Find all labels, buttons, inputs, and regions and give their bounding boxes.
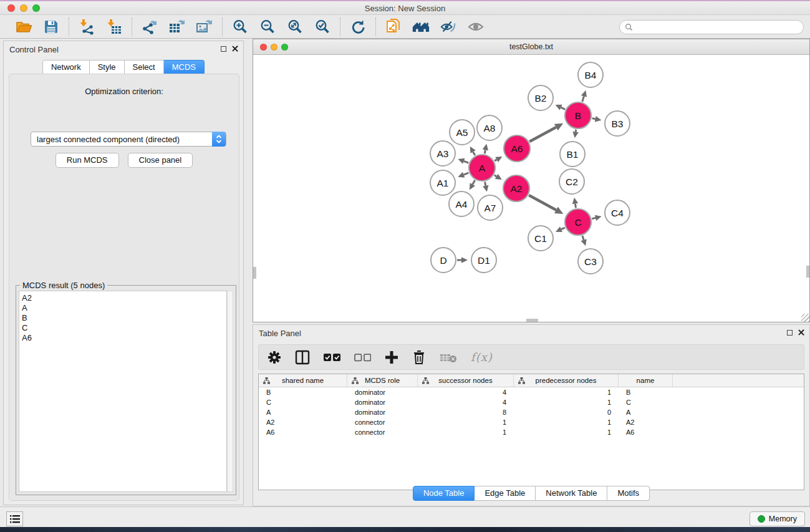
edge-A-A1[interactable]	[464, 173, 469, 175]
edge-A2-C[interactable]	[529, 195, 556, 210]
close-panel-button[interactable]: Close panel	[128, 153, 193, 168]
cell-predecessor-nodes[interactable]: 1	[514, 418, 619, 426]
cell-successor-nodes[interactable]: 1	[418, 418, 514, 426]
result-item[interactable]: A	[22, 303, 226, 313]
network-canvas[interactable]: AA1A2A3A4A5A6A7A8BB1B2B3B4CC1C2C3C4DD1	[253, 55, 809, 322]
cell-predecessor-nodes[interactable]: 0	[514, 409, 619, 416]
delete-table-icon[interactable]	[440, 352, 457, 363]
right-scroll-stub[interactable]	[806, 266, 809, 278]
cell-shared-name[interactable]: C	[259, 399, 347, 406]
cell-name[interactable]: A	[619, 409, 673, 416]
cell-successor-nodes[interactable]: 1	[418, 428, 514, 436]
cell-predecessor-nodes[interactable]: 1	[514, 399, 619, 406]
tab-mcds[interactable]: MCDS	[164, 60, 205, 75]
edge-A-A8[interactable]	[485, 150, 485, 153]
tab-edge-table[interactable]: Edge Table	[475, 486, 536, 501]
cell-MCDS-role[interactable]: dominator	[347, 399, 418, 406]
cell-shared-name[interactable]: A	[259, 409, 347, 416]
run-mcds-button[interactable]: Run MCDS	[55, 153, 119, 168]
deselect-all-columns-icon[interactable]	[354, 353, 371, 362]
result-item[interactable]: A2	[22, 293, 226, 303]
edge-C-C2[interactable]	[575, 204, 576, 208]
tab-select[interactable]: Select	[125, 60, 164, 75]
criterion-dropdown[interactable]: largest connected component (directed)	[31, 132, 226, 147]
import-table-icon[interactable]	[105, 18, 123, 36]
column-header-name[interactable]: name	[619, 374, 673, 387]
task-history-button[interactable]	[6, 511, 23, 526]
hide-selected-eye-icon[interactable]	[440, 18, 457, 36]
tab-node-table[interactable]: Node Table	[413, 486, 475, 501]
column-header-predecessor-nodes[interactable]: predecessor nodes	[514, 374, 619, 387]
clone-network-icon[interactable]	[385, 18, 402, 36]
import-network-icon[interactable]	[78, 18, 95, 36]
float-table-panel-icon[interactable]	[787, 330, 793, 336]
cell-shared-name[interactable]: B	[259, 389, 347, 396]
cell-successor-nodes[interactable]: 4	[418, 389, 514, 396]
cell-name[interactable]: C	[619, 399, 673, 406]
table-row[interactable]: A2connector11A2	[259, 417, 804, 427]
tab-style[interactable]: Style	[90, 60, 125, 75]
table-row[interactable]: A6connector11A6	[259, 427, 804, 437]
result-item[interactable]: C	[22, 323, 226, 333]
function-builder-icon[interactable]: f(x)	[471, 351, 493, 364]
refresh-icon[interactable]	[349, 18, 367, 36]
bottom-scroll-stub[interactable]	[526, 319, 538, 322]
mcds-result-list[interactable]: A2ABCA6	[19, 291, 227, 492]
edge-A-A5[interactable]	[473, 152, 475, 155]
search-input[interactable]	[636, 23, 792, 32]
edge-A-A4[interactable]	[473, 180, 475, 185]
memory-button[interactable]: Memory	[750, 511, 805, 526]
select-all-columns-icon[interactable]	[324, 353, 340, 362]
cell-name[interactable]: A2	[619, 418, 673, 426]
search-field[interactable]	[619, 20, 804, 34]
zoom-out-icon[interactable]	[259, 18, 276, 36]
edge-B-B4[interactable]	[582, 96, 584, 102]
edge-A6-B[interactable]	[529, 127, 556, 142]
tab-network-table[interactable]: Network Table	[536, 486, 607, 501]
cell-name[interactable]: B	[619, 389, 673, 396]
edge-C-C4[interactable]	[592, 218, 595, 218]
edge-A-A2[interactable]	[494, 175, 497, 177]
zoom-in-icon[interactable]	[231, 18, 249, 36]
table-row[interactable]: Bdominator41B	[259, 387, 804, 397]
show-eye-icon[interactable]	[467, 18, 485, 36]
close-table-panel-icon[interactable]	[798, 329, 804, 336]
add-column-icon[interactable]	[385, 351, 398, 364]
export-table-icon[interactable]	[168, 18, 186, 36]
export-image-icon[interactable]	[196, 18, 213, 36]
network-graph[interactable]: AA1A2A3A4A5A6A7A8BB1B2B3B4CC1C2C3C4DD1	[253, 55, 809, 322]
edge-B-B2[interactable]	[561, 107, 566, 109]
edge-B-B3[interactable]	[592, 118, 595, 119]
result-scrollbar[interactable]	[227, 291, 233, 492]
edge-A-A3[interactable]	[464, 161, 469, 163]
network-window-titlebar[interactable]: testGlobe.txt	[253, 39, 809, 55]
node-table[interactable]: shared nameMCDS rolesuccessor nodesprede…	[258, 374, 804, 490]
column-header-shared-name[interactable]: shared name	[259, 374, 347, 387]
column-header-successor-nodes[interactable]: successor nodes	[418, 374, 514, 387]
tab-network[interactable]: Network	[42, 60, 90, 75]
result-item[interactable]: B	[22, 313, 226, 323]
edge-A-A6[interactable]	[494, 160, 497, 161]
edge-B-B1[interactable]	[576, 130, 576, 132]
home-layout-icon[interactable]	[412, 18, 430, 36]
open-file-icon[interactable]	[15, 18, 32, 36]
edge-C-C3[interactable]	[582, 236, 584, 240]
table-row[interactable]: Adominator80A	[259, 407, 804, 417]
close-panel-icon[interactable]	[232, 46, 238, 52]
split-pane-icon[interactable]	[295, 350, 310, 365]
float-panel-icon[interactable]	[221, 46, 226, 52]
delete-column-icon[interactable]	[412, 350, 426, 365]
settings-gear-icon[interactable]	[268, 351, 281, 364]
edge-C-C1[interactable]	[561, 228, 565, 230]
result-item[interactable]: A6	[22, 333, 226, 343]
cell-successor-nodes[interactable]: 8	[418, 409, 514, 416]
cell-name[interactable]: A6	[619, 428, 673, 436]
zoom-selected-icon[interactable]	[314, 18, 331, 36]
cell-MCDS-role[interactable]: connector	[347, 428, 418, 436]
cell-predecessor-nodes[interactable]: 1	[514, 428, 619, 436]
cell-MCDS-role[interactable]: dominator	[347, 409, 418, 416]
cell-shared-name[interactable]: A6	[259, 428, 347, 436]
cell-successor-nodes[interactable]: 4	[418, 399, 514, 406]
export-network-icon[interactable]	[141, 18, 158, 36]
edge-A-A7[interactable]	[485, 182, 486, 186]
